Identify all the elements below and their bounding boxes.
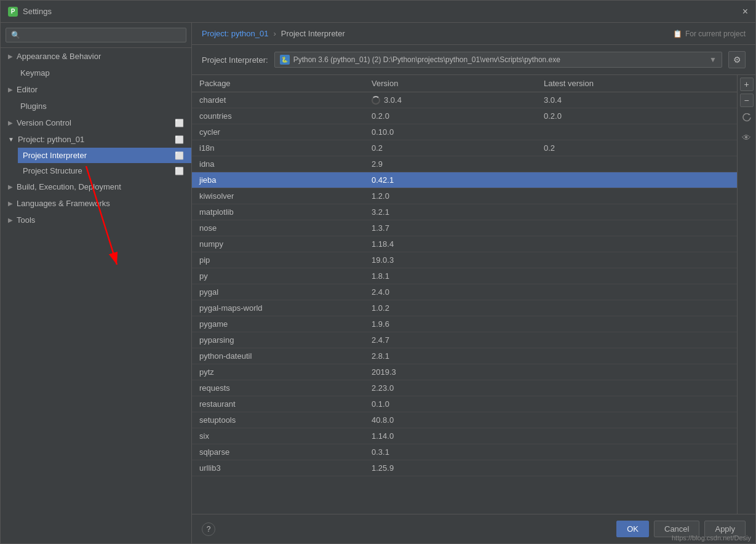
package-name: cycler: [192, 124, 364, 140]
package-version: 2.4.0: [364, 284, 536, 300]
table-row[interactable]: restaurant0.1.0: [192, 396, 737, 412]
package-version: 1.9.6: [364, 316, 536, 332]
package-name: i18n: [192, 140, 364, 156]
package-version: 1.14.0: [364, 428, 536, 444]
table-row[interactable]: kiwisolver1.2.0: [192, 188, 737, 204]
table-row[interactable]: i18n0.20.2: [192, 140, 737, 156]
table-row[interactable]: requests2.23.0: [192, 380, 737, 396]
sidebar-item-version-control[interactable]: ▶ Version Control ⬜: [1, 114, 191, 131]
package-name: py: [192, 268, 364, 284]
interpreter-label: Project Interpreter:: [202, 55, 268, 65]
table-row[interactable]: matplotlib3.2.1: [192, 204, 737, 220]
sidebar-item-editor[interactable]: ▶ Editor: [1, 81, 191, 98]
close-button[interactable]: ×: [742, 6, 748, 17]
window-title: Settings: [23, 7, 52, 16]
sidebar-item-tools[interactable]: ▶ Tools: [1, 212, 191, 228]
package-latest-version: [536, 156, 737, 172]
package-latest-version: [536, 300, 737, 316]
table-row[interactable]: sqlparse0.3.1: [192, 444, 737, 460]
package-name: countries: [192, 108, 364, 124]
sidebar-item-label: Plugins: [20, 102, 47, 111]
table-row[interactable]: jieba0.42.1: [192, 172, 737, 188]
expand-arrow: ▶: [8, 86, 13, 93]
table-row[interactable]: py1.8.1: [192, 268, 737, 284]
table-row[interactable]: idna2.9: [192, 156, 737, 172]
table-row[interactable]: countries0.2.00.2.0: [192, 108, 737, 124]
table-row[interactable]: six1.14.0: [192, 428, 737, 444]
table-row[interactable]: cycler0.10.0: [192, 124, 737, 140]
sidebar-item-project-interpreter[interactable]: Project Interpreter ⬜: [18, 148, 191, 163]
help-button[interactable]: ?: [202, 522, 215, 536]
sidebar-item-languages[interactable]: ▶ Languages & Frameworks: [1, 195, 191, 212]
package-latest-version: [536, 380, 737, 396]
table-row[interactable]: pygal2.4.0: [192, 284, 737, 300]
table-row[interactable]: pygal-maps-world1.0.2: [192, 300, 737, 316]
sidebar-item-appearance[interactable]: ▶ Appearance & Behavior: [1, 48, 191, 65]
package-latest-version: [536, 188, 737, 204]
table-row[interactable]: setuptools40.8.0: [192, 412, 737, 428]
package-version: 1.25.9: [364, 460, 536, 476]
package-name: kiwisolver: [192, 188, 364, 204]
main-panel: Project: python_01 › Project Interpreter…: [192, 23, 755, 543]
sidebar-item-label: Project Structure: [23, 166, 82, 175]
expand-arrow: ▶: [8, 119, 13, 126]
title-bar-left: P Settings: [8, 7, 52, 17]
sidebar-item-keymap[interactable]: Keymap: [1, 65, 191, 81]
package-version: 0.10.0: [364, 124, 536, 140]
table-row[interactable]: pytz2019.3: [192, 364, 737, 380]
interpreter-dropdown[interactable]: 🐍 Python 3.6 (python_01) (2) D:\Python\p…: [274, 52, 722, 68]
table-row[interactable]: python-dateutil2.8.1: [192, 348, 737, 364]
refresh-button[interactable]: [740, 111, 754, 124]
package-version: 0.2.0: [364, 108, 536, 124]
app-icon: P: [8, 7, 18, 17]
package-latest-version: [536, 412, 737, 428]
table-actions: + − 👁: [737, 75, 755, 514]
package-name: matplotlib: [192, 204, 364, 220]
bottom-bar: ? OK Cancel Apply: [192, 514, 755, 543]
sidebar-item-label: Build, Execution, Deployment: [17, 182, 121, 191]
package-latest-version: [536, 236, 737, 252]
package-version: 0.2: [364, 140, 536, 156]
eye-button[interactable]: 👁: [740, 130, 754, 144]
search-input[interactable]: [6, 28, 186, 42]
gear-button[interactable]: ⚙: [728, 51, 746, 68]
package-latest-version: 3.0.4: [536, 92, 737, 108]
package-name: chardet: [192, 92, 364, 108]
table-scroll[interactable]: Package Version Latest version chardet3.…: [192, 75, 737, 514]
settings-dialog: P Settings × ▶ Appearance & Behavior Key…: [0, 0, 756, 544]
sidebar-item-build[interactable]: ▶ Build, Execution, Deployment: [1, 178, 191, 195]
package-name: requests: [192, 380, 364, 396]
expand-arrow: ▶: [8, 183, 13, 190]
package-name: setuptools: [192, 412, 364, 428]
expand-arrow: ▶: [8, 200, 13, 207]
add-package-button[interactable]: +: [740, 78, 754, 91]
breadcrumb-project[interactable]: Project: python_01: [202, 29, 268, 38]
package-name: python-dateutil: [192, 348, 364, 364]
table-row[interactable]: numpy1.18.4: [192, 236, 737, 252]
table-row[interactable]: urllib31.25.9: [192, 460, 737, 476]
package-version: 1.2.0: [364, 188, 536, 204]
table-row[interactable]: pyparsing2.4.7: [192, 332, 737, 348]
package-name: numpy: [192, 236, 364, 252]
table-row[interactable]: pip19.0.3: [192, 252, 737, 268]
package-latest-version: [536, 284, 737, 300]
package-name: urllib3: [192, 460, 364, 476]
table-row[interactable]: pygame1.9.6: [192, 316, 737, 332]
package-version: 1.3.7: [364, 220, 536, 236]
package-version: 0.42.1: [364, 172, 536, 188]
sidebar-item-label: Project Interpreter: [23, 151, 87, 160]
sidebar-item-plugins[interactable]: Plugins: [1, 98, 191, 114]
col-header-package: Package: [192, 75, 364, 92]
interpreter-value: Python 3.6 (python_01) (2) D:\Python\pro…: [293, 55, 703, 64]
python-icon: 🐍: [280, 55, 290, 65]
package-name: nose: [192, 220, 364, 236]
table-row[interactable]: chardet3.0.43.0.4: [192, 92, 737, 108]
ok-button[interactable]: OK: [616, 521, 649, 537]
sidebar-item-project[interactable]: ▼ Project: python_01 ⬜: [1, 131, 191, 148]
table-row[interactable]: nose1.3.7: [192, 220, 737, 236]
package-latest-version: [536, 428, 737, 444]
sidebar-item-project-structure[interactable]: Project Structure ⬜: [18, 163, 191, 178]
sidebar-item-label: Editor: [17, 85, 38, 94]
remove-package-button[interactable]: −: [740, 94, 754, 107]
for-current-label: For current project: [685, 30, 746, 38]
